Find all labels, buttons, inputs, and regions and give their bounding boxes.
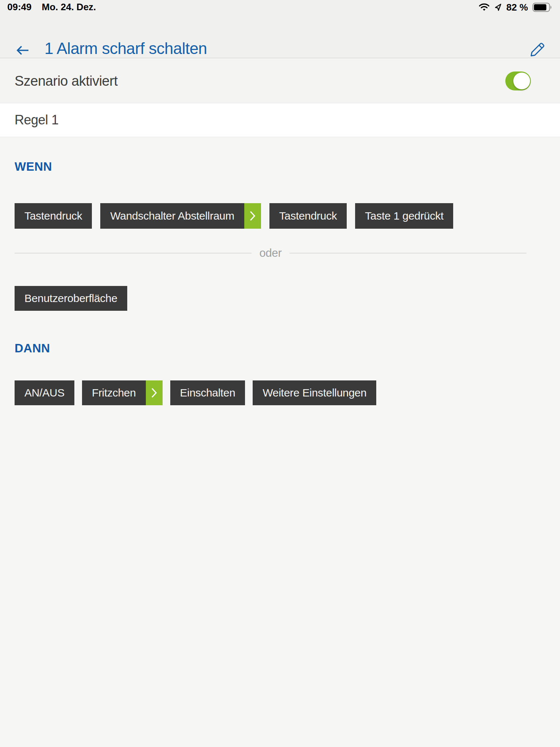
rule-name-label: Regel 1 <box>15 112 59 128</box>
chip-trigger-detail[interactable]: Taste 1 gedrückt <box>355 203 453 229</box>
rule-name-row[interactable]: Regel 1 <box>0 103 560 137</box>
chip-trigger-event[interactable]: Tastendruck <box>269 203 347 229</box>
chevron-right-icon <box>146 380 163 405</box>
wenn-or-condition-row: Benutzeroberfläche <box>15 286 545 311</box>
navigation-header: 1 Alarm scharf schalten <box>0 15 560 58</box>
scenario-activated-label: Szenario aktiviert <box>15 73 117 89</box>
status-bar: 09:49 Mo. 24. Dez. 82 % <box>0 0 560 15</box>
scenario-toggle[interactable] <box>505 71 531 90</box>
location-arrow-icon <box>494 3 502 12</box>
chip-action-settings[interactable]: Weitere Einstellungen <box>253 380 376 405</box>
back-button[interactable] <box>15 42 30 58</box>
scenario-editor-page: 09:49 Mo. 24. Dez. 82 % <box>0 0 560 747</box>
divider-label: oder <box>252 247 290 260</box>
dann-action-row: AN/AUS Fritzchen Einschalten Weitere Ein… <box>15 380 545 405</box>
chip-action-device[interactable]: Fritzchen <box>82 380 163 405</box>
divider-line-right <box>289 253 526 253</box>
status-date: Mo. 24. Dez. <box>42 1 96 13</box>
wenn-condition-row: Tastendruck Wandschalter Abstellraum Tas… <box>15 203 545 229</box>
divider-line-left <box>15 253 252 253</box>
battery-percent: 82 % <box>506 2 528 13</box>
chip-trigger-type[interactable]: Tastendruck <box>15 203 92 229</box>
or-divider: oder <box>15 247 526 259</box>
chip-trigger-device[interactable]: Wandschalter Abstellraum <box>100 203 261 229</box>
chip-action-command[interactable]: Einschalten <box>170 380 245 405</box>
chevron-right-icon <box>244 203 261 229</box>
toggle-knob <box>513 73 530 89</box>
edit-pencil-icon[interactable] <box>530 41 545 57</box>
dann-section-heading: DANN <box>15 341 50 355</box>
chip-user-interface[interactable]: Benutzeroberfläche <box>15 286 127 311</box>
wenn-section-heading: WENN <box>15 160 52 174</box>
chip-action-type[interactable]: AN/AUS <box>15 380 74 405</box>
page-title: 1 Alarm scharf schalten <box>44 39 207 58</box>
status-time: 09:49 <box>7 1 32 13</box>
wifi-icon <box>479 3 490 12</box>
scenario-activated-row: Szenario aktiviert <box>0 59 560 103</box>
battery-icon <box>532 3 552 12</box>
